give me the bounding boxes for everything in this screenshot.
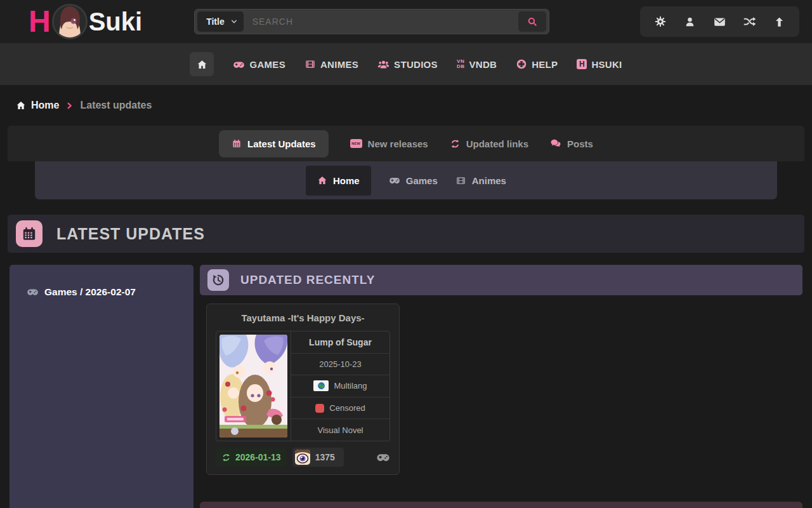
calendar-icon xyxy=(16,220,43,247)
tabs-bar: Latest Updates NEW New releases Updated … xyxy=(8,126,804,161)
language-row: Multilang xyxy=(291,375,390,397)
search-input[interactable] xyxy=(244,17,518,27)
sidebar-group-games[interactable]: Games / 2026-02-07 xyxy=(27,286,193,298)
subtab-label: Games xyxy=(406,175,438,186)
subtabs-bar: Home Games Animes xyxy=(35,161,777,199)
tab-label: Latest Updates xyxy=(247,138,316,149)
game-details: Lump of Sugar 2025-10-23 Multilang Censo… xyxy=(291,331,390,441)
multilang-flag-icon xyxy=(313,380,329,391)
tab-latest-updates[interactable]: Latest Updates xyxy=(219,130,329,157)
sync-icon xyxy=(221,453,231,462)
views-count: 1375 xyxy=(315,452,335,462)
logo-text-suki: Suki xyxy=(89,9,142,34)
nav-item-games[interactable]: GAMES xyxy=(233,58,285,70)
release-date: 2025-10-23 xyxy=(291,353,390,375)
film-icon xyxy=(455,175,466,186)
studio-name[interactable]: Lump of Sugar xyxy=(291,331,390,353)
nav-item-hsuki[interactable]: H HSUKI xyxy=(577,59,622,70)
subtab-games[interactable]: Games xyxy=(389,175,438,186)
random-button[interactable] xyxy=(735,6,764,37)
sidebar-group-label: Games / 2026-02-07 xyxy=(44,286,136,298)
user-icon xyxy=(684,16,696,28)
censorship-label: Censored xyxy=(329,403,365,413)
vndb-icon: VN DB xyxy=(457,59,465,69)
nav-item-label: ANIMES xyxy=(320,59,358,70)
breadcrumb-home[interactable]: Home xyxy=(16,100,59,111)
subtab-label: Home xyxy=(333,175,360,186)
tab-label: Updated links xyxy=(466,138,528,149)
nav-item-label: HELP xyxy=(532,59,558,70)
censored-icon xyxy=(315,404,324,413)
breadcrumb-home-label: Home xyxy=(31,100,59,111)
language-label: Multilang xyxy=(334,381,367,391)
game-card-footer: 2026-01-13 1375 xyxy=(207,441,399,474)
search-category-select[interactable]: Title xyxy=(197,11,244,32)
page-title: LATEST UPDATES xyxy=(56,225,205,243)
game-category: Visual Novel xyxy=(291,418,390,441)
search-icon xyxy=(527,16,538,27)
chevron-down-icon xyxy=(231,18,237,25)
history-icon xyxy=(207,269,229,291)
tab-updated-links[interactable]: Updated links xyxy=(450,138,528,149)
search-button[interactable] xyxy=(518,11,546,32)
tab-label: Posts xyxy=(567,138,593,149)
home-icon xyxy=(197,59,207,70)
arrow-up-icon xyxy=(773,16,785,28)
updated-date-badge: 2026-01-13 xyxy=(216,448,287,466)
chevron-right-icon xyxy=(66,102,73,110)
main-nav: GAMES ANIMES STUDIOS VN DB VNDB HELP H H… xyxy=(0,43,812,85)
nav-item-help[interactable]: HELP xyxy=(516,58,558,70)
next-section-peek xyxy=(200,502,802,508)
comments-icon xyxy=(550,138,561,149)
settings-button[interactable] xyxy=(645,6,675,37)
gamepad-icon xyxy=(27,286,39,298)
nav-item-label: HSUKI xyxy=(591,59,622,70)
tab-posts[interactable]: Posts xyxy=(550,138,593,149)
logo-letter-h: H xyxy=(29,6,51,37)
site-logo[interactable]: H Suki xyxy=(29,4,142,39)
new-badge-icon: NEW xyxy=(350,139,362,148)
subtab-home[interactable]: Home xyxy=(306,166,371,196)
top-header: H Suki Title xyxy=(0,0,812,43)
nav-item-studios[interactable]: STUDIOS xyxy=(377,58,438,70)
search-bar: Title xyxy=(194,9,549,34)
sync-icon xyxy=(450,138,461,149)
game-card: Tayutama -It's Happy Days- xyxy=(206,304,400,475)
nav-item-vndb[interactable]: VN DB VNDB xyxy=(457,59,497,70)
gear-icon xyxy=(654,15,667,28)
subtab-label: Animes xyxy=(472,175,506,186)
sidebar: Games / 2026-02-07 xyxy=(10,265,193,508)
updated-date: 2026-01-13 xyxy=(235,452,281,462)
content-area: Games / 2026-02-07 UPDATED RECENTLY Tayu… xyxy=(10,265,802,508)
censorship-row: Censored xyxy=(291,397,390,419)
user-button[interactable] xyxy=(675,6,705,37)
mail-icon xyxy=(713,15,726,29)
home-icon xyxy=(16,100,26,110)
header-actions xyxy=(640,6,799,37)
users-icon xyxy=(377,58,390,70)
game-title[interactable]: Tayutama -It's Happy Days- xyxy=(207,304,399,331)
game-cover-link[interactable] xyxy=(216,331,291,441)
section-header: LATEST UPDATES xyxy=(8,215,804,253)
h-square-icon: H xyxy=(577,59,587,69)
subtab-animes[interactable]: Animes xyxy=(455,175,506,186)
main-panel: UPDATED RECENTLY Tayutama -It's Happy Da… xyxy=(200,265,802,508)
life-ring-icon xyxy=(516,58,527,70)
tab-label: New releases xyxy=(368,138,428,149)
nav-item-label: GAMES xyxy=(249,59,285,70)
tab-new-releases[interactable]: NEW New releases xyxy=(350,138,428,149)
gamepad-icon xyxy=(389,175,400,186)
nav-item-label: STUDIOS xyxy=(394,59,438,70)
views-avatar-icon xyxy=(295,450,310,465)
messages-button[interactable] xyxy=(705,6,735,37)
upload-button[interactable] xyxy=(764,6,794,37)
nav-home-button[interactable] xyxy=(190,52,214,76)
game-card-body: Lump of Sugar 2025-10-23 Multilang Censo… xyxy=(216,331,390,441)
home-icon xyxy=(317,175,327,185)
game-cover-art xyxy=(219,335,287,438)
gamepad-icon xyxy=(233,58,245,70)
logo-avatar xyxy=(52,4,88,39)
breadcrumb-current: Latest updates xyxy=(80,100,152,111)
gamepad-icon[interactable] xyxy=(376,450,390,464)
nav-item-animes[interactable]: ANIMES xyxy=(304,58,358,70)
